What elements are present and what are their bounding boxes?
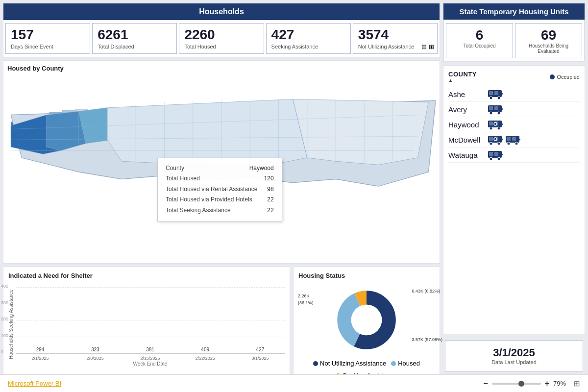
svg-point-54 [497,142,500,145]
kpi-displaced-label: Total Displaced [98,44,134,49]
grid-100: 100 [16,337,285,337]
svg-point-60 [507,142,510,145]
state-kpi-evaluated-label: Households Being Evaluated [519,43,578,54]
zoom-thumb [518,381,524,387]
charts-row: Indicated a Need for Shelter Households … [3,267,440,374]
county-table-header: COUNTY ▲ Occupied [448,71,580,83]
powerbi-link[interactable]: Microsoft Power BI [8,380,61,387]
x-label-4: 3/1/2025 [236,356,285,361]
svg-rect-59 [512,137,516,141]
county-name-avery: Avery [448,105,488,114]
svg-rect-32 [489,91,493,95]
map-title: Housed by County [7,65,436,72]
trailer-icons-ashe [488,89,503,99]
bar-label-2: 381 [146,347,154,352]
bar-group-1: 323 [71,347,120,353]
households-section: Households 157 Days Since Event 6261 Tot… [3,3,440,57]
kpi-housed-number: 2260 [184,27,215,43]
zoom-plus[interactable]: + [545,379,549,388]
bar-chart-title: Indicated a Need for Shelter [8,272,285,279]
trailer-icon-mcdowell-2 [505,134,521,145]
zoom-slider[interactable] [492,383,541,385]
bar-label-4: 427 [256,347,265,352]
zoom-minus[interactable]: − [483,379,488,388]
svg-rect-55 [500,139,503,140]
expand-icon[interactable]: ⊞ [429,43,434,50]
state-housing-header: State Temporary Housing Units [443,3,585,20]
sort-arrow[interactable]: ▲ [448,78,477,83]
legend-label-not-utilizing: Not Utilizing Assistance [320,360,386,367]
households-header: Households [3,3,440,20]
right-panel: State Temporary Housing Units 6 Total Oc… [443,3,585,374]
donut-title: Housing Status [298,272,435,279]
date-updated-box: 3/1/2025 Data Last Updated [445,340,583,371]
county-header-label: COUNTY [448,71,477,78]
kpi-seeking: 427 Seeking Assistance [266,23,351,54]
state-kpi-occupied-label: Total Occupied [450,43,509,49]
grid-400: 400 [16,287,285,288]
svg-rect-58 [507,137,511,141]
legend-dot-not-utilizing [313,361,318,366]
tooltip-label-rental: Total Housed via Rental Assistance [166,184,257,195]
occupied-dot-icon [549,74,555,80]
x-axis-labels: 2/1/2025 2/8/2025 2/15/2025 2/22/2025 3/… [16,354,285,361]
legend-not-utilizing: Not Utilizing Assistance [313,360,386,367]
tooltip-value-rental: 98 [267,184,273,195]
state-housing-kpis: 6 Total Occupied 69 Households Being Eva… [443,20,585,62]
donut-svg [335,288,398,352]
svg-rect-44 [489,122,493,125]
tooltip-value-seeking: 22 [267,205,273,216]
svg-rect-42 [500,108,503,110]
y-axis-label: Households Seeking Assistance [8,282,14,367]
donut-label-housed: 2.26K(36.1%) [298,293,314,306]
tooltip-row-housed: Total Housed 120 [166,173,274,184]
svg-point-30 [550,74,555,79]
svg-rect-48 [500,123,503,125]
kpi-days-number: 157 [11,27,34,43]
state-kpi-occupied: 6 Total Occupied [446,23,513,58]
zoom-control: − + 79% ⊞ [483,379,580,388]
fullscreen-icon[interactable]: ⊞ [574,379,580,388]
svg-rect-64 [489,152,493,156]
trailer-icon-ashe-1 [488,89,503,99]
svg-point-67 [497,157,500,160]
zoom-level: 79% [553,380,566,387]
svg-rect-62 [517,139,520,140]
county-header-col: COUNTY ▲ [448,71,477,83]
bar-group-2: 381 [125,347,174,353]
svg-rect-51 [489,137,493,141]
bar-group-4: 427 [236,347,285,353]
trailer-icons-avery [488,104,503,115]
grid-300: 300 [16,304,285,304]
trailer-icons-mcdowell [488,134,521,145]
x-axis-title: Week End Date [16,361,285,367]
svg-rect-39 [494,106,498,110]
tooltip-row-rental: Total Housed via Rental Assistance 98 [166,184,274,195]
y-grid-lines: 400 300 200 100 0 [16,287,285,353]
trailer-icons-watauga [488,149,503,160]
filter-icon[interactable]: ⊟ [421,43,427,50]
svg-rect-68 [500,154,503,155]
map-container: County Haywood Total Housed 120 Total Ho… [7,75,436,259]
county-row-avery: Avery [448,102,580,117]
state-kpi-occupied-num: 6 [450,27,509,43]
bar-chart-wrapper: Households Seeking Assistance 400 300 20… [8,282,285,367]
kpi-displaced: 6261 Total Displaced [92,23,177,54]
tooltip-value-county: Haywood [249,163,274,174]
kpi-filter-icons: ⊟ ⊞ [421,43,434,50]
svg-point-66 [490,157,492,160]
legend-housed: Housed [391,360,420,367]
svg-point-29 [351,305,382,335]
dashboard: Households 157 Days Since Event 6261 Tot… [0,0,588,392]
x-label-3: 2/22/2025 [181,356,230,361]
svg-point-46 [490,127,492,130]
svg-rect-36 [500,93,503,95]
county-row-watauga: Watauga [448,147,580,163]
svg-point-34 [490,97,492,99]
svg-point-56 [494,138,497,141]
svg-point-40 [490,112,492,115]
trailer-icon-mcdowell-1 [488,134,503,145]
bars-container: 400 300 200 100 0 294 [16,282,285,354]
tooltip-label-housed: Total Housed [166,173,200,184]
map-tooltip: County Haywood Total Housed 120 Total Ho… [157,158,282,221]
